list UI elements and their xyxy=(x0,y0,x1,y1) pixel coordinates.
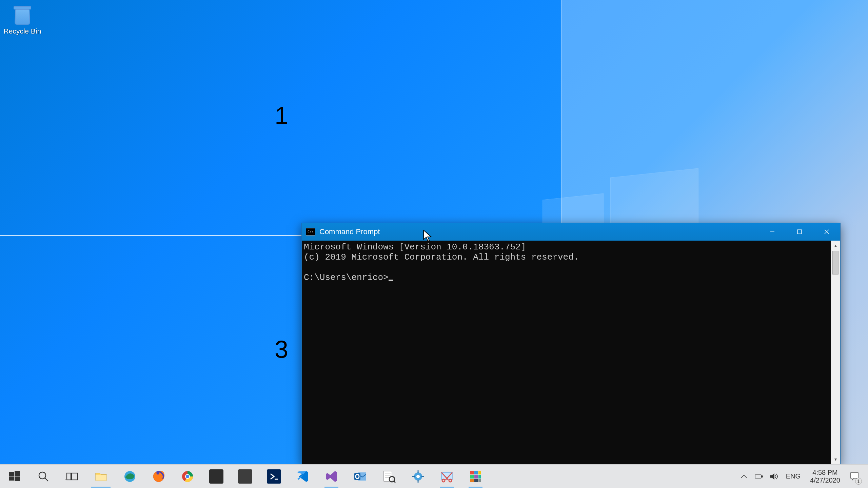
terminal-1-taskbar-button[interactable] xyxy=(202,465,231,488)
svg-rect-41 xyxy=(474,475,478,479)
command-prompt-app-icon xyxy=(306,228,315,236)
clock-time: 4:58 PM xyxy=(812,469,837,476)
cmd-cursor xyxy=(389,280,393,281)
firefox-icon xyxy=(152,470,165,483)
svg-rect-37 xyxy=(470,471,474,474)
svg-rect-39 xyxy=(478,471,481,474)
terminal-2-taskbar-button[interactable] xyxy=(231,465,259,488)
chrome-icon xyxy=(181,470,194,483)
command-prompt-scrollbar[interactable]: ▴ ▾ xyxy=(831,241,840,464)
svg-point-8 xyxy=(39,472,46,479)
cmd-prompt: C:\Users\enrico> xyxy=(304,272,389,283)
snipping-tool-taskbar-button[interactable] xyxy=(432,465,461,488)
process-monitor-taskbar-button[interactable] xyxy=(375,465,403,488)
language-label: ENG xyxy=(786,472,801,480)
recycle-bin-glyph-icon xyxy=(12,4,33,26)
scroll-thumb[interactable] xyxy=(832,251,839,274)
scroll-up-button[interactable]: ▴ xyxy=(831,241,840,250)
process-monitor-icon xyxy=(382,470,396,483)
svg-rect-47 xyxy=(762,476,763,477)
file-explorer-taskbar-button[interactable] xyxy=(86,465,115,488)
svg-rect-7 xyxy=(15,476,20,481)
tray-overflow-button[interactable] xyxy=(736,465,751,488)
recycle-bin-label: Recycle Bin xyxy=(2,27,43,35)
minimize-button[interactable] xyxy=(759,223,786,241)
clock-tray-button[interactable]: 4:58 PM 4/27/2020 xyxy=(805,465,845,488)
desktop-background[interactable]: 1 3 Recycle Bin Command Prompt xyxy=(0,0,868,488)
zone-number-1: 1 xyxy=(275,102,288,129)
task-view-button[interactable] xyxy=(58,465,86,488)
svg-rect-1 xyxy=(797,230,802,234)
maximize-button[interactable] xyxy=(786,223,813,241)
svg-rect-44 xyxy=(474,479,478,482)
powertoys-taskbar-button[interactable] xyxy=(461,465,490,488)
terminal-icon xyxy=(209,469,223,484)
svg-rect-10 xyxy=(67,473,71,480)
snipping-tool-icon xyxy=(440,470,454,483)
cmd-line-2: (c) 2019 Microsoft Corporation. All righ… xyxy=(304,252,579,262)
svg-rect-38 xyxy=(474,471,478,474)
svg-rect-5 xyxy=(15,471,20,476)
svg-rect-4 xyxy=(9,472,14,476)
svg-line-27 xyxy=(394,481,395,483)
color-grid-icon xyxy=(469,470,482,483)
powershell-icon xyxy=(267,469,281,484)
command-prompt-body[interactable]: Microsoft Windows [Version 10.0.18363.75… xyxy=(302,241,831,464)
vscode-taskbar-button[interactable] xyxy=(288,465,317,488)
svg-rect-40 xyxy=(470,475,474,479)
search-button[interactable] xyxy=(29,465,58,488)
action-center-button[interactable]: 1 xyxy=(845,465,864,488)
start-button[interactable] xyxy=(0,465,29,488)
svg-point-33 xyxy=(416,475,420,478)
task-view-icon xyxy=(65,470,79,483)
powershell-taskbar-button[interactable] xyxy=(259,465,288,488)
svg-rect-45 xyxy=(478,479,481,482)
svg-rect-42 xyxy=(478,475,481,479)
terminal-dark-icon xyxy=(238,469,252,484)
svg-rect-43 xyxy=(470,479,474,482)
cmd-line-1: Microsoft Windows [Version 10.0.18363.75… xyxy=(304,242,526,252)
svg-point-35 xyxy=(442,479,445,482)
battery-tray-icon[interactable] xyxy=(751,465,766,488)
command-prompt-titlebar[interactable]: Command Prompt xyxy=(302,223,840,241)
svg-rect-46 xyxy=(755,475,761,478)
visual-studio-icon xyxy=(325,470,338,483)
file-explorer-icon xyxy=(94,470,108,483)
volume-tray-icon[interactable] xyxy=(766,465,781,488)
debugger-taskbar-button[interactable] xyxy=(403,465,432,488)
visual-studio-taskbar-button[interactable] xyxy=(317,465,346,488)
edge-taskbar-button[interactable] xyxy=(115,465,144,488)
notification-badge: 1 xyxy=(855,478,862,485)
show-desktop-button[interactable] xyxy=(864,465,868,488)
search-icon xyxy=(37,470,50,483)
outlook-icon xyxy=(354,470,367,483)
scroll-down-button[interactable]: ▾ xyxy=(831,454,840,464)
taskbar[interactable]: ENG 4:58 PM 4/27/2020 1 xyxy=(0,464,868,488)
svg-point-18 xyxy=(186,475,189,478)
svg-rect-13 xyxy=(96,475,106,481)
svg-rect-22 xyxy=(384,471,392,481)
outlook-taskbar-button[interactable] xyxy=(346,465,375,488)
recycle-bin-icon[interactable]: Recycle Bin xyxy=(2,4,43,35)
windows-logo-icon xyxy=(8,470,21,483)
gear-process-icon xyxy=(411,470,425,483)
command-prompt-title: Command Prompt xyxy=(319,227,380,236)
command-prompt-window[interactable]: Command Prompt Microsoft Windows [Versio… xyxy=(301,223,841,464)
language-tray-button[interactable]: ENG xyxy=(781,465,805,488)
edge-icon xyxy=(123,470,137,483)
svg-point-36 xyxy=(449,479,452,482)
svg-rect-11 xyxy=(72,473,78,480)
vscode-icon xyxy=(296,470,310,483)
zone-number-3: 3 xyxy=(275,336,288,363)
close-button[interactable] xyxy=(813,223,840,241)
svg-line-9 xyxy=(45,478,48,481)
svg-rect-6 xyxy=(9,476,14,481)
firefox-taskbar-button[interactable] xyxy=(144,465,173,488)
clock-date: 4/27/2020 xyxy=(810,476,840,484)
chrome-taskbar-button[interactable] xyxy=(173,465,202,488)
